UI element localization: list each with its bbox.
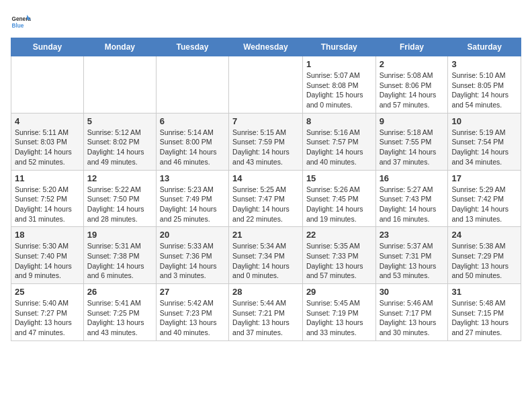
- day-info: Sunrise: 5:16 AM Sunset: 7:57 PM Dayligh…: [306, 128, 372, 167]
- svg-text:Blue: Blue: [12, 23, 24, 29]
- calendar-cell: 20Sunrise: 5:33 AM Sunset: 7:36 PM Dayli…: [156, 227, 228, 284]
- header-friday: Friday: [375, 38, 448, 56]
- calendar-cell: 21Sunrise: 5:34 AM Sunset: 7:34 PM Dayli…: [229, 227, 303, 284]
- day-info: Sunrise: 5:44 AM Sunset: 7:21 PM Dayligh…: [232, 298, 299, 338]
- day-number: 17: [451, 173, 517, 183]
- day-info: Sunrise: 5:29 AM Sunset: 7:42 PM Dayligh…: [451, 185, 517, 224]
- day-info: Sunrise: 5:11 AM Sunset: 8:03 PM Dayligh…: [15, 128, 80, 167]
- calendar-cell: 27Sunrise: 5:42 AM Sunset: 7:23 PM Dayli…: [156, 284, 228, 341]
- calendar-cell: 12Sunrise: 5:22 AM Sunset: 7:50 PM Dayli…: [83, 170, 156, 227]
- day-number: 12: [87, 173, 152, 183]
- calendar-cell: [11, 56, 84, 113]
- calendar-cell: 24Sunrise: 5:38 AM Sunset: 7:29 PM Dayli…: [448, 227, 521, 284]
- calendar-cell: 16Sunrise: 5:27 AM Sunset: 7:43 PM Dayli…: [375, 170, 448, 227]
- day-info: Sunrise: 5:31 AM Sunset: 7:38 PM Dayligh…: [87, 241, 152, 281]
- day-info: Sunrise: 5:45 AM Sunset: 7:19 PM Dayligh…: [306, 298, 372, 338]
- calendar-cell: 17Sunrise: 5:29 AM Sunset: 7:42 PM Dayli…: [448, 170, 521, 227]
- day-info: Sunrise: 5:33 AM Sunset: 7:36 PM Dayligh…: [160, 241, 225, 281]
- calendar-cell: 6Sunrise: 5:14 AM Sunset: 8:00 PM Daylig…: [156, 113, 228, 170]
- calendar-cell: 26Sunrise: 5:41 AM Sunset: 7:25 PM Dayli…: [83, 284, 156, 341]
- logo: General Blue: [11, 11, 34, 31]
- day-info: Sunrise: 5:19 AM Sunset: 7:54 PM Dayligh…: [451, 128, 517, 167]
- calendar-cell: 13Sunrise: 5:23 AM Sunset: 7:49 PM Dayli…: [156, 170, 228, 227]
- header-thursday: Thursday: [302, 38, 375, 56]
- day-number: 15: [306, 173, 372, 183]
- calendar-cell: 7Sunrise: 5:15 AM Sunset: 7:59 PM Daylig…: [229, 113, 303, 170]
- calendar-cell: 15Sunrise: 5:26 AM Sunset: 7:45 PM Dayli…: [302, 170, 375, 227]
- day-info: Sunrise: 5:18 AM Sunset: 7:55 PM Dayligh…: [380, 128, 445, 167]
- calendar-cell: 28Sunrise: 5:44 AM Sunset: 7:21 PM Dayli…: [229, 284, 303, 341]
- day-number: 11: [15, 173, 80, 183]
- header-monday: Monday: [83, 38, 156, 56]
- day-info: Sunrise: 5:46 AM Sunset: 7:17 PM Dayligh…: [380, 298, 445, 338]
- calendar-cell: [83, 56, 156, 113]
- day-info: Sunrise: 5:25 AM Sunset: 7:47 PM Dayligh…: [232, 185, 299, 224]
- day-number: 18: [15, 230, 80, 240]
- calendar-cell: 14Sunrise: 5:25 AM Sunset: 7:47 PM Dayli…: [229, 170, 303, 227]
- day-info: Sunrise: 5:48 AM Sunset: 7:15 PM Dayligh…: [451, 298, 517, 338]
- week-row-3: 11Sunrise: 5:20 AM Sunset: 7:52 PM Dayli…: [11, 170, 521, 227]
- week-row-2: 4Sunrise: 5:11 AM Sunset: 8:03 PM Daylig…: [11, 113, 521, 170]
- calendar-cell: 23Sunrise: 5:37 AM Sunset: 7:31 PM Dayli…: [375, 227, 448, 284]
- calendar-table: SundayMondayTuesdayWednesdayThursdayFrid…: [11, 38, 521, 341]
- calendar-cell: 25Sunrise: 5:40 AM Sunset: 7:27 PM Dayli…: [11, 284, 84, 341]
- day-number: 10: [451, 116, 517, 126]
- header-sunday: Sunday: [11, 38, 84, 56]
- logo-icon: General Blue: [11, 11, 31, 31]
- day-number: 13: [160, 173, 225, 183]
- day-number: 23: [380, 230, 445, 240]
- calendar-cell: 9Sunrise: 5:18 AM Sunset: 7:55 PM Daylig…: [375, 113, 448, 170]
- day-number: 7: [232, 116, 299, 126]
- calendar-cell: 3Sunrise: 5:10 AM Sunset: 8:05 PM Daylig…: [448, 56, 521, 113]
- day-info: Sunrise: 5:35 AM Sunset: 7:33 PM Dayligh…: [306, 241, 372, 281]
- day-info: Sunrise: 5:27 AM Sunset: 7:43 PM Dayligh…: [380, 185, 445, 224]
- day-info: Sunrise: 5:41 AM Sunset: 7:25 PM Dayligh…: [87, 298, 152, 338]
- day-number: 20: [160, 230, 225, 240]
- calendar-cell: 19Sunrise: 5:31 AM Sunset: 7:38 PM Dayli…: [83, 227, 156, 284]
- calendar-cell: [156, 56, 228, 113]
- day-info: Sunrise: 5:07 AM Sunset: 8:08 PM Dayligh…: [306, 71, 372, 110]
- day-info: Sunrise: 5:40 AM Sunset: 7:27 PM Dayligh…: [15, 298, 80, 338]
- calendar-cell: 18Sunrise: 5:30 AM Sunset: 7:40 PM Dayli…: [11, 227, 84, 284]
- day-number: 25: [15, 287, 80, 297]
- calendar-cell: 22Sunrise: 5:35 AM Sunset: 7:33 PM Dayli…: [302, 227, 375, 284]
- day-info: Sunrise: 5:15 AM Sunset: 7:59 PM Dayligh…: [232, 128, 299, 167]
- calendar-cell: 11Sunrise: 5:20 AM Sunset: 7:52 PM Dayli…: [11, 170, 84, 227]
- day-info: Sunrise: 5:38 AM Sunset: 7:29 PM Dayligh…: [451, 241, 517, 281]
- day-number: 5: [87, 116, 152, 126]
- calendar-cell: 1Sunrise: 5:07 AM Sunset: 8:08 PM Daylig…: [302, 56, 375, 113]
- calendar-cell: 2Sunrise: 5:08 AM Sunset: 8:06 PM Daylig…: [375, 56, 448, 113]
- calendar-cell: [229, 56, 303, 113]
- week-row-4: 18Sunrise: 5:30 AM Sunset: 7:40 PM Dayli…: [11, 227, 521, 284]
- header-tuesday: Tuesday: [156, 38, 228, 56]
- day-info: Sunrise: 5:26 AM Sunset: 7:45 PM Dayligh…: [306, 185, 372, 224]
- calendar-cell: 30Sunrise: 5:46 AM Sunset: 7:17 PM Dayli…: [375, 284, 448, 341]
- day-number: 27: [160, 287, 225, 297]
- day-number: 16: [380, 173, 445, 183]
- calendar-body: 1Sunrise: 5:07 AM Sunset: 8:08 PM Daylig…: [11, 56, 521, 341]
- day-info: Sunrise: 5:12 AM Sunset: 8:02 PM Dayligh…: [87, 128, 152, 167]
- day-number: 29: [306, 287, 372, 297]
- day-number: 21: [232, 230, 299, 240]
- calendar-cell: 5Sunrise: 5:12 AM Sunset: 8:02 PM Daylig…: [83, 113, 156, 170]
- day-number: 1: [306, 59, 372, 69]
- calendar-cell: 31Sunrise: 5:48 AM Sunset: 7:15 PM Dayli…: [448, 284, 521, 341]
- day-number: 22: [306, 230, 372, 240]
- day-number: 9: [380, 116, 445, 126]
- day-number: 2: [380, 59, 445, 69]
- day-info: Sunrise: 5:08 AM Sunset: 8:06 PM Dayligh…: [380, 71, 445, 110]
- day-number: 3: [451, 59, 517, 69]
- day-info: Sunrise: 5:23 AM Sunset: 7:49 PM Dayligh…: [160, 185, 225, 224]
- day-number: 30: [380, 287, 445, 297]
- day-info: Sunrise: 5:10 AM Sunset: 8:05 PM Dayligh…: [451, 71, 517, 110]
- header-saturday: Saturday: [448, 38, 521, 56]
- day-info: Sunrise: 5:34 AM Sunset: 7:34 PM Dayligh…: [232, 241, 299, 281]
- week-row-5: 25Sunrise: 5:40 AM Sunset: 7:27 PM Dayli…: [11, 284, 521, 341]
- day-info: Sunrise: 5:37 AM Sunset: 7:31 PM Dayligh…: [380, 241, 445, 281]
- day-number: 4: [15, 116, 80, 126]
- day-number: 19: [87, 230, 152, 240]
- day-info: Sunrise: 5:30 AM Sunset: 7:40 PM Dayligh…: [15, 241, 80, 281]
- day-info: Sunrise: 5:20 AM Sunset: 7:52 PM Dayligh…: [15, 185, 80, 224]
- day-info: Sunrise: 5:42 AM Sunset: 7:23 PM Dayligh…: [160, 298, 225, 338]
- day-number: 6: [160, 116, 225, 126]
